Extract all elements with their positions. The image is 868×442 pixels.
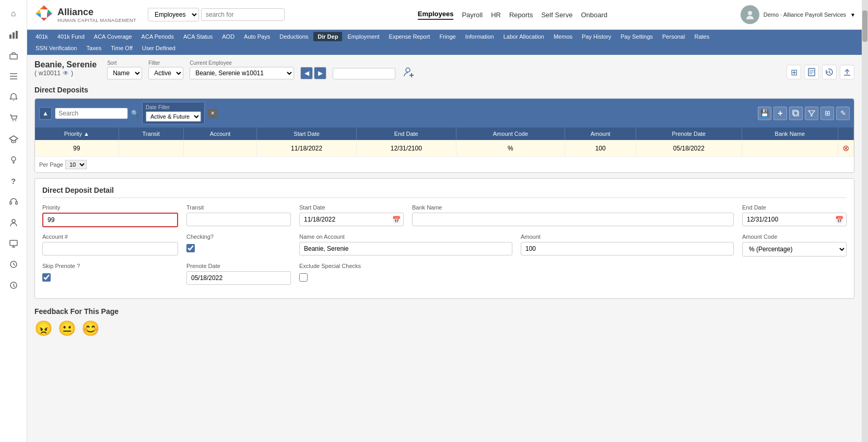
grid-search-input[interactable]: [55, 108, 128, 119]
tab-labor[interactable]: Labor Allocation: [499, 32, 548, 41]
history-icon[interactable]: [822, 65, 837, 79]
end-date-cal-icon[interactable]: 📅: [835, 216, 843, 224]
edit-grid-btn[interactable]: ✎: [836, 107, 850, 120]
search-magnifier-icon[interactable]: 🔍: [131, 110, 139, 117]
tab-employment[interactable]: Employment: [343, 32, 383, 41]
tab-paysettings[interactable]: Pay Settings: [616, 32, 657, 41]
feedback-neutral-btn[interactable]: 😐: [58, 320, 76, 337]
sidebar-monitor-icon[interactable]: [4, 234, 23, 253]
tab-aca-status[interactable]: ACA Status: [179, 32, 217, 41]
th-amount[interactable]: Amount: [565, 127, 636, 140]
sidebar-chart-icon[interactable]: [4, 25, 23, 44]
th-transit[interactable]: Transit: [119, 127, 183, 140]
bank-name-input[interactable]: [412, 213, 734, 226]
columns-grid-btn[interactable]: ⊞: [820, 107, 834, 120]
date-filter-select[interactable]: Active & Future: [146, 111, 201, 122]
sidebar-clock2-icon[interactable]: [4, 276, 23, 295]
sidebar-clock1-icon[interactable]: [4, 255, 23, 274]
save-grid-btn[interactable]: 💾: [758, 107, 771, 120]
nav-hr[interactable]: HR: [491, 11, 501, 19]
feedback-sad-btn[interactable]: 😠: [34, 320, 53, 337]
transit-input[interactable]: [186, 213, 291, 226]
tab-memos[interactable]: Memos: [549, 32, 577, 41]
tab-dirdep[interactable]: Dir Dep: [313, 32, 342, 41]
start-date-input[interactable]: 11/18/2022: [299, 213, 404, 226]
copy-row-btn[interactable]: [789, 107, 803, 120]
th-priority[interactable]: Priority ▲: [35, 127, 119, 140]
th-bankname[interactable]: Bank Name: [742, 127, 838, 140]
tab-401k[interactable]: 401k: [31, 32, 52, 41]
sidebar-person-icon[interactable]: [4, 213, 23, 232]
collapse-btn[interactable]: ▲: [39, 107, 52, 120]
filter-select[interactable]: Active: [148, 67, 183, 79]
add-row-btn[interactable]: +: [773, 107, 787, 120]
employee-search-input[interactable]: [333, 68, 395, 79]
tab-rates[interactable]: Rates: [690, 32, 713, 41]
end-date-input[interactable]: 12/31/2100: [742, 213, 847, 226]
sidebar-briefcase-icon[interactable]: [4, 46, 23, 65]
top-search-input[interactable]: [201, 8, 285, 21]
account-input[interactable]: [42, 242, 178, 255]
document-icon[interactable]: [804, 65, 819, 79]
nav-reports[interactable]: Reports: [509, 11, 533, 19]
tab-autopays[interactable]: Auto Pays: [240, 32, 274, 41]
sidebar-question-icon[interactable]: ?: [4, 171, 23, 190]
current-employee-select[interactable]: Beanie, Serenie w10011: [190, 67, 294, 79]
nav-selfserve[interactable]: Self Serve: [541, 11, 572, 19]
th-amountcode[interactable]: Amount Code: [456, 127, 565, 140]
scroll-thumb[interactable]: [862, 10, 867, 42]
tab-expense[interactable]: Expense Report: [385, 32, 435, 41]
per-page-select[interactable]: 10: [65, 160, 87, 169]
table-row[interactable]: 99 11/18/2022 12/31/2100 % 100 05/18/202…: [35, 140, 854, 157]
th-enddate[interactable]: End Date: [356, 127, 456, 140]
right-scrollbar[interactable]: [862, 0, 868, 442]
prenote-date-input[interactable]: 05/18/2022: [186, 271, 291, 285]
th-startdate[interactable]: Start Date: [257, 127, 357, 140]
tab-aca-periods[interactable]: ACA Periods: [137, 32, 178, 41]
tab-fringe[interactable]: Fringe: [435, 32, 460, 41]
amount-input[interactable]: 100: [521, 242, 734, 255]
employees-dropdown[interactable]: Employees: [148, 8, 199, 21]
tab-information[interactable]: Information: [461, 32, 498, 41]
tab-payhistory[interactable]: Pay History: [578, 32, 615, 41]
th-account[interactable]: Account: [183, 127, 256, 140]
feedback-happy-btn[interactable]: 😊: [81, 320, 100, 337]
td-delete[interactable]: ⊗: [838, 140, 854, 157]
skip-prenote-checkbox[interactable]: [42, 273, 51, 282]
tab-401kfund[interactable]: 401k Fund: [53, 32, 89, 41]
nav-onboard[interactable]: Onboard: [581, 11, 607, 19]
eye-icon[interactable]: 👁: [63, 69, 69, 77]
filter-grid-btn[interactable]: [805, 107, 818, 120]
checking-checkbox[interactable]: [186, 244, 195, 252]
nav-employees[interactable]: Employees: [418, 10, 454, 20]
tab-aca-coverage[interactable]: ACA Coverage: [90, 32, 136, 41]
tab-aod[interactable]: AOD: [218, 32, 239, 41]
add-employee-btn[interactable]: [402, 65, 416, 79]
sidebar-list-icon[interactable]: [4, 67, 23, 86]
start-date-cal-icon[interactable]: 📅: [392, 216, 401, 224]
amount-code-select[interactable]: % (Percentage): [742, 242, 847, 257]
close-date-filter-btn[interactable]: ✕: [208, 109, 217, 118]
sidebar-cart-icon[interactable]: [4, 109, 23, 127]
exclude-checkbox[interactable]: [299, 273, 308, 282]
tab-ssn[interactable]: SSN Verification: [31, 43, 81, 53]
sidebar-home-icon[interactable]: ⌂: [4, 4, 23, 23]
tab-userdefined[interactable]: User Defined: [138, 43, 180, 53]
prev-employee-btn[interactable]: ◀: [300, 67, 313, 79]
sidebar-bulb-icon[interactable]: [4, 150, 23, 169]
th-prenotedate[interactable]: Prenote Date: [636, 127, 742, 140]
tab-taxes[interactable]: Taxes: [82, 43, 105, 53]
tab-deductions[interactable]: Deductions: [275, 32, 312, 41]
delete-row-icon[interactable]: ⊗: [842, 144, 849, 153]
user-chevron[interactable]: ▼: [850, 12, 855, 18]
priority-input[interactable]: 99: [42, 213, 178, 227]
name-on-account-input[interactable]: Beanie, Serenie: [299, 242, 512, 255]
tab-personal[interactable]: Personal: [658, 32, 689, 41]
grid-view-icon[interactable]: ⊞: [787, 65, 801, 79]
sort-select[interactable]: Name: [107, 67, 142, 79]
upload-icon[interactable]: [840, 65, 854, 79]
sidebar-bell-icon[interactable]: [4, 88, 23, 107]
tab-timeoff[interactable]: Time Off: [107, 43, 137, 53]
sidebar-headset-icon[interactable]: [4, 192, 23, 211]
sidebar-graduation-icon[interactable]: [4, 130, 23, 148]
